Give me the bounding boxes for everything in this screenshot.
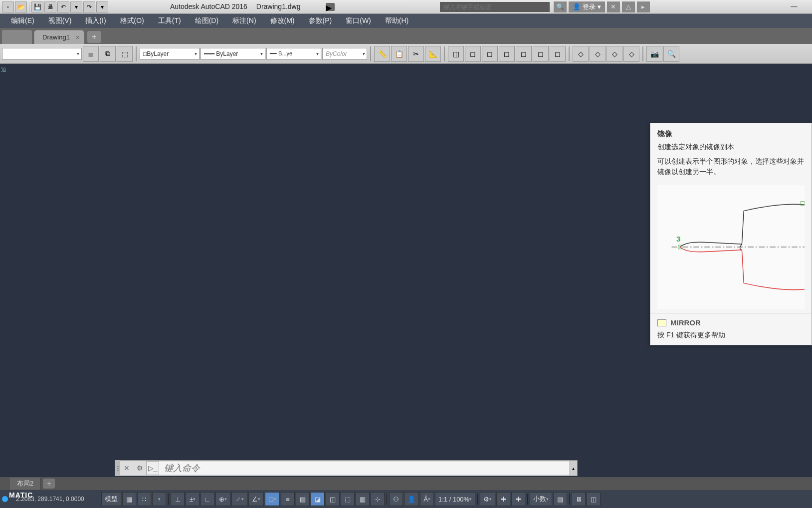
block-button[interactable]: ◫ bbox=[448, 46, 464, 62]
lock-button[interactable]: 🖥 bbox=[572, 492, 586, 506]
dyn-button[interactable]: ± bbox=[186, 492, 200, 506]
menu-parametric[interactable]: 参数(P) bbox=[302, 14, 339, 27]
binoculars-icon[interactable]: 🔍 bbox=[554, 1, 567, 12]
gizmo-button[interactable]: ⊹ bbox=[371, 492, 385, 506]
redo-drop[interactable]: ▾ bbox=[96, 1, 108, 12]
menu-format[interactable]: 格式(O) bbox=[113, 14, 151, 27]
props-button[interactable]: 📐 bbox=[425, 46, 441, 62]
a360-icon[interactable]: △ bbox=[622, 1, 635, 12]
selfilter-button[interactable]: ▥ bbox=[356, 492, 370, 506]
menu-edit[interactable]: 编辑(E) bbox=[4, 14, 41, 27]
menu-bar: 编辑(E) 视图(V) 插入(I) 格式(O) 工具(T) 绘图(D) 标注(N… bbox=[0, 14, 812, 28]
add-tab-button[interactable]: + bbox=[87, 31, 101, 43]
save-button[interactable]: 💾 bbox=[31, 1, 43, 12]
search-box[interactable] bbox=[440, 2, 550, 12]
start-tab[interactable] bbox=[2, 30, 32, 44]
layout-tab-2[interactable]: 布局2 bbox=[10, 478, 41, 490]
iso-nw-button[interactable]: ◇ bbox=[623, 46, 639, 62]
file-tab-drawing1[interactable]: Drawing1 × bbox=[34, 30, 84, 44]
zoom-button[interactable]: 🔍 bbox=[663, 46, 679, 62]
layer-props-button[interactable]: ≣ bbox=[83, 46, 99, 62]
view-right-button[interactable]: ◻ bbox=[516, 46, 532, 62]
annoscale-button[interactable]: Å bbox=[420, 492, 434, 506]
layer-prev-button[interactable]: ⬚ bbox=[117, 46, 133, 62]
units-button[interactable]: 小数 bbox=[530, 492, 552, 506]
print-button[interactable]: 🖶 bbox=[44, 1, 56, 12]
snap-button[interactable]: ∷ bbox=[137, 492, 151, 506]
measure-button[interactable]: 📏 bbox=[374, 46, 390, 62]
menu-window[interactable]: 窗口(W) bbox=[339, 14, 378, 27]
login-button[interactable]: 👤 登录 ▾ bbox=[569, 1, 605, 12]
layout-add-button[interactable]: + bbox=[43, 479, 55, 489]
infer-button[interactable]: ⊥ bbox=[171, 492, 185, 506]
autoscale-button[interactable]: 👤 bbox=[404, 492, 419, 506]
linetype-combo[interactable]: ━━━ ByLayer bbox=[201, 48, 265, 60]
layer-combo[interactable] bbox=[2, 48, 82, 60]
ducs-button[interactable]: ⬚ bbox=[341, 492, 355, 506]
menu-tools[interactable]: 工具(T) bbox=[151, 14, 188, 27]
model-button[interactable]: 模型 bbox=[101, 492, 121, 506]
hw-button[interactable]: ◫ bbox=[587, 492, 601, 506]
lineweight-combo[interactable]: ━━ B...ye bbox=[266, 48, 321, 60]
osnap-track-button[interactable]: ∠ bbox=[248, 492, 264, 506]
tab-close-icon[interactable]: × bbox=[76, 33, 80, 41]
undo-button[interactable]: ↶ bbox=[57, 1, 69, 12]
command-prompt-icon[interactable]: ▷_ bbox=[146, 461, 159, 475]
qprops2-button[interactable]: ▤ bbox=[553, 492, 567, 506]
minimize-button[interactable]: ─ bbox=[784, 2, 804, 12]
view-back-button[interactable]: ◻ bbox=[533, 46, 549, 62]
drawing-canvas[interactable]: 迫 镜像 创建选定对象的镜像副本 可以创建表示半个图形的对象，选择这些对象并镜像… bbox=[0, 64, 812, 436]
osnap-button[interactable]: ◻ bbox=[265, 492, 280, 506]
view-top-button[interactable]: ◻ bbox=[465, 46, 481, 62]
polar-button[interactable]: ⊕ bbox=[215, 492, 230, 506]
color-combo[interactable]: □ByLayer bbox=[140, 48, 200, 60]
command-options-button[interactable]: ⚙ bbox=[133, 461, 146, 475]
qprops-button[interactable]: ✚ bbox=[511, 492, 525, 506]
snap-drop[interactable] bbox=[152, 492, 166, 506]
menu-draw[interactable]: 绘图(D) bbox=[188, 14, 225, 27]
annmon-button[interactable]: ✚ bbox=[496, 492, 510, 506]
menu-dimension[interactable]: 标注(N) bbox=[225, 14, 263, 27]
plotstyle-combo[interactable]: ByColor bbox=[322, 48, 367, 60]
iso-se-button[interactable]: ◇ bbox=[590, 46, 606, 62]
more-icon[interactable]: ▸ bbox=[637, 1, 650, 12]
menu-help[interactable]: 帮助(H) bbox=[378, 14, 415, 27]
iso-button[interactable]: ⟋ bbox=[231, 492, 247, 506]
transparency-button[interactable]: ▤ bbox=[296, 492, 310, 506]
3dosnap-button[interactable]: ◫ bbox=[326, 492, 340, 506]
scale-button[interactable]: 1:1 / 100% bbox=[435, 492, 475, 506]
exchange-icon[interactable]: ✕ bbox=[607, 1, 620, 12]
grid-button[interactable]: ▦ bbox=[122, 492, 136, 506]
command-expand-button[interactable]: ▴ bbox=[569, 461, 577, 476]
camera-button[interactable]: 📷 bbox=[646, 46, 662, 62]
view-front-button[interactable]: ◻ bbox=[482, 46, 498, 62]
file-name: Drawing1.dwg bbox=[256, 2, 301, 10]
layer-iso-button[interactable]: ⧉ bbox=[100, 46, 116, 62]
iso-ne-button[interactable]: ◇ bbox=[607, 46, 622, 62]
new-button[interactable]: ▫ bbox=[2, 1, 14, 12]
workspace-button[interactable]: ⚙ bbox=[480, 492, 495, 506]
ann-vis-button[interactable]: ⚇ bbox=[389, 492, 403, 506]
cycle-button[interactable]: ◪ bbox=[311, 492, 325, 506]
layout-tabs: 布局2 + bbox=[0, 477, 812, 490]
menu-modify[interactable]: 修改(M) bbox=[263, 14, 302, 27]
ortho-button[interactable]: ∟ bbox=[201, 492, 214, 506]
view-bottom-button[interactable]: ◻ bbox=[550, 46, 566, 62]
command-drag-handle[interactable] bbox=[115, 460, 120, 476]
command-line[interactable]: ✕ ⚙ ▷_ ▴ bbox=[115, 460, 578, 476]
menu-view[interactable]: 视图(V) bbox=[41, 14, 79, 27]
menu-insert[interactable]: 插入(I) bbox=[78, 14, 113, 27]
view-left-button[interactable]: ◻ bbox=[499, 46, 515, 62]
iso-sw-button[interactable]: ◇ bbox=[573, 46, 589, 62]
command-input[interactable] bbox=[159, 462, 569, 475]
search-input[interactable] bbox=[443, 3, 547, 10]
paste-button[interactable]: 📋 bbox=[391, 46, 407, 62]
redo-button[interactable]: ↷ bbox=[83, 1, 95, 12]
open-button[interactable]: 📂 bbox=[15, 1, 27, 12]
status-bar: MATIC 2.2083, 289.1741, 0.0000 模型 ▦ ∷ ⊥ … bbox=[0, 490, 812, 508]
command-close-button[interactable]: ✕ bbox=[120, 461, 133, 475]
app-play-icon[interactable]: ▶ bbox=[326, 3, 335, 11]
cut-button[interactable]: ✂ bbox=[408, 46, 424, 62]
lw-button[interactable]: ≡ bbox=[281, 492, 295, 506]
undo-drop[interactable]: ▾ bbox=[70, 1, 82, 12]
